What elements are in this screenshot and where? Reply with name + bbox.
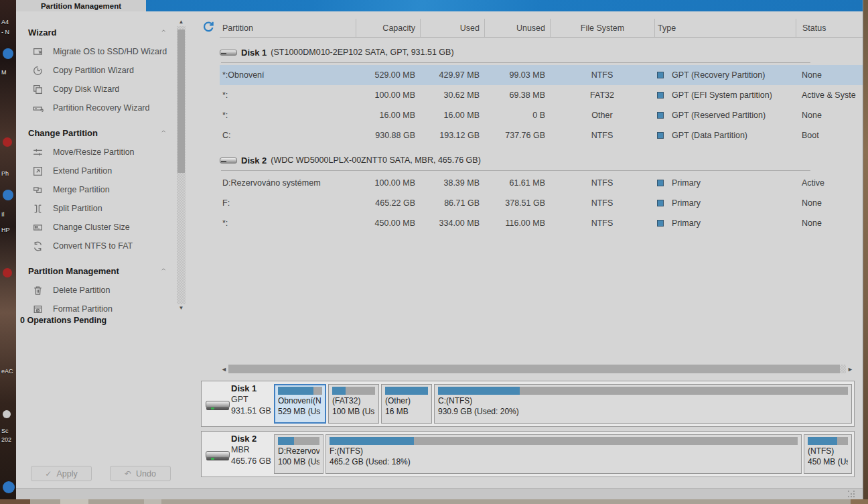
partition-blocks: Obnovení(N529 MB (Us(FAT32)100 MB (Us(Ot…	[274, 384, 852, 424]
partition-row[interactable]: *:450.00 MB334.00 MB116.00 MBNTFSPrimary…	[220, 213, 863, 233]
partition-block-f-ntfs[interactable]: F:(NTFS)465.2 GB (Used: 18%)	[326, 434, 802, 474]
horizontal-scrollbar-thumb[interactable]	[228, 365, 840, 373]
disk-icon	[206, 399, 230, 412]
cell-text: 69.38 MB	[509, 90, 545, 100]
block-size-label: 100 MB (Us	[278, 457, 319, 468]
sidebar-item-move-resize-partition[interactable]: Move/Resize Partition	[28, 143, 173, 162]
horizontal-scrollbar-track[interactable]	[840, 365, 846, 373]
cell-text: NTFS	[591, 70, 613, 80]
partition-block-obnoven-n[interactable]: Obnovení(N529 MB (Us	[274, 384, 326, 424]
partition-type-square-icon	[657, 132, 664, 139]
sidebar-item-extend-partition[interactable]: Extend Partition	[28, 162, 173, 180]
sidebar-item-migrate-os-to-ssd-hd-wizard[interactable]: Migrate OS to SSD/HD Wizard	[28, 42, 173, 61]
copy-partition-icon	[32, 65, 44, 76]
partition-row[interactable]: *:Obnovení529.00 MB429.97 MB99.03 MBNTFS…	[220, 65, 863, 85]
scroll-left-arrow-icon[interactable]: ◄	[220, 366, 228, 373]
cell-unused: 378.51 GB	[484, 198, 550, 208]
disk-group-header-disk-1[interactable]: Disk 1(ST1000DM010-2EP102 SATA, GPT, 931…	[220, 42, 863, 63]
desktop-background-right	[863, 0, 868, 504]
cell-partition: *:	[220, 218, 356, 228]
cell-status: None	[796, 111, 863, 120]
copy-disk-icon	[32, 84, 44, 95]
scroll-up-arrow-icon[interactable]: ▲	[177, 18, 186, 26]
cell-used: 86.71 GB	[420, 198, 484, 208]
partition-block-fat32[interactable]: (FAT32)100 MB (Us	[328, 384, 379, 424]
apply-button[interactable]: ✓ Apply	[31, 466, 92, 481]
sidebar-item-delete-partition[interactable]: Delete Partition	[28, 281, 173, 300]
cell-text: 116.00 MB	[505, 218, 545, 228]
partition-block-other[interactable]: (Other)16 MB	[381, 384, 432, 424]
column-header-label: Partition	[222, 23, 253, 33]
partition-row[interactable]: F:465.22 GB86.71 GB378.51 GBNTFSPrimaryN…	[220, 193, 863, 213]
column-header-file-system[interactable]: File System	[550, 19, 654, 37]
sidebar-scrollbar-thumb[interactable]	[177, 29, 185, 173]
sidebar-item-partition-recovery-wizard[interactable]: Partition Recovery Wizard	[28, 99, 173, 117]
delete-icon	[32, 285, 44, 296]
cell-partition: *:	[220, 90, 356, 100]
scroll-right-arrow-icon[interactable]: ►	[846, 366, 855, 373]
usage-bar-fill	[278, 437, 294, 445]
disk-map-disk-1: Disk 1GPT931.51 GBObnovení(N529 MB (Us(F…	[201, 381, 855, 427]
column-header-type[interactable]: Type	[654, 19, 796, 37]
usage-bar-fill	[438, 387, 520, 395]
cell-text: Primary	[672, 218, 701, 228]
cell-capacity: 100.00 MB	[356, 90, 420, 100]
cluster-size-icon	[32, 222, 44, 233]
cell-text: NTFS	[591, 178, 613, 188]
operations-pending-label: 0 Operations Pending	[20, 316, 106, 325]
section-header-partition-management[interactable]: Partition Management	[28, 261, 173, 281]
cell-unused: 69.38 MB	[484, 90, 550, 100]
disk-icon	[206, 449, 230, 462]
cell-capacity: 16.00 MB	[356, 111, 420, 120]
desktop-background-left: A4- NMPhIlHPeACSc202	[0, 0, 16, 504]
cell-used: 193.12 GB	[420, 131, 484, 140]
sidebar-section: WizardMigrate OS to SSD/HD WizardCopy Pa…	[28, 22, 173, 117]
column-header-unused[interactable]: Unused	[484, 19, 550, 37]
cell-status: None	[796, 218, 863, 228]
sidebar-item-convert-ntfs-to-fat[interactable]: Convert NTFS to FAT	[28, 237, 173, 255]
cell-text: 99.03 MB	[509, 70, 545, 80]
sidebar-item-merge-partition[interactable]: Merge Partition	[28, 180, 173, 199]
sidebar-item-label: Change Cluster Size	[53, 223, 130, 232]
sidebar-item-copy-disk-wizard[interactable]: Copy Disk Wizard	[28, 80, 173, 99]
column-header-status[interactable]: Status	[796, 19, 863, 37]
partition-block-c-ntfs[interactable]: C:(NTFS)930.9 GB (Used: 20%)	[434, 384, 852, 424]
cell-unused: 61.61 MB	[484, 178, 550, 188]
partition-row[interactable]: *:100.00 MB30.62 MB69.38 MBFAT32GPT (EFI…	[220, 85, 863, 105]
partition-row[interactable]: C:930.88 GB193.12 GB737.76 GBNTFSGPT (Da…	[220, 125, 863, 145]
cell-text: None	[802, 70, 822, 80]
undo-button-label: Undo	[136, 469, 156, 479]
undo-button[interactable]: ↶ Undo	[110, 466, 171, 481]
sidebar-scrollbar[interactable]: ▲ ▼	[177, 19, 186, 312]
cell-status: Boot	[796, 131, 863, 140]
check-icon: ✓	[45, 469, 52, 479]
resize-grip[interactable]	[848, 491, 856, 499]
cell-text: NTFS	[591, 218, 613, 228]
refresh-icon[interactable]	[202, 21, 214, 33]
disk-group-header-disk-2[interactable]: Disk 2(WDC WD5000LPLX-00ZNTT0 SATA, MBR,…	[220, 149, 863, 171]
cell-text: None	[802, 111, 822, 120]
section-header-wizard[interactable]: Wizard	[28, 22, 173, 42]
disk-name: Disk 2	[241, 155, 267, 166]
scroll-down-arrow-icon[interactable]: ▼	[177, 304, 186, 312]
partition-row[interactable]: *:16.00 MB16.00 MB0 BOtherGPT (Reserved …	[220, 105, 863, 125]
partition-row[interactable]: D:Rezervováno systémem100.00 MB38.39 MB6…	[220, 173, 863, 193]
section-header-change-partition[interactable]: Change Partition	[28, 123, 173, 143]
column-header-partition[interactable]: Partition	[220, 19, 356, 37]
cell-text: 86.71 GB	[444, 198, 480, 208]
partition-block-d-rezervov[interactable]: D:Rezervová100 MB (Us	[274, 434, 323, 474]
sidebar: WizardMigrate OS to SSD/HD WizardCopy Pa…	[16, 11, 193, 499]
cell-text: Boot	[802, 131, 819, 140]
sidebar-item-copy-partition-wizard[interactable]: Copy Partition Wizard	[28, 61, 173, 80]
partition-block-ntfs[interactable]: (NTFS)450 MB (Us	[804, 434, 852, 474]
tab-partition-management[interactable]: Partition Management	[16, 0, 146, 11]
partition-type-square-icon	[657, 200, 664, 206]
sidebar-item-change-cluster-size[interactable]: Change Cluster Size	[28, 218, 173, 237]
column-header-used[interactable]: Used	[420, 19, 484, 37]
desktop-icon-label: - N	[1, 29, 9, 36]
disk-map-disk-2: Disk 2MBR465.76 GBD:Rezervová100 MB (UsF…	[201, 431, 855, 477]
column-header-capacity[interactable]: Capacity	[356, 19, 420, 37]
sidebar-item-split-partition[interactable]: Split Partition	[28, 199, 173, 218]
horizontal-scrollbar[interactable]: ◄ ►	[220, 364, 855, 374]
cell-used: 334.00 MB	[420, 218, 484, 228]
